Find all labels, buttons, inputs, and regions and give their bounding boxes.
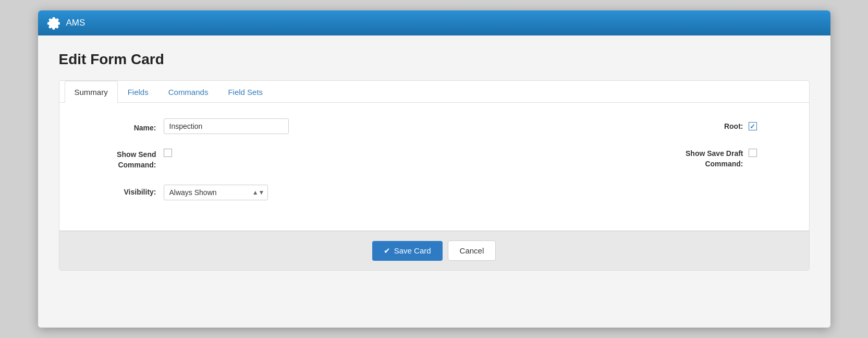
tab-field-sets[interactable]: Field Sets — [218, 81, 273, 103]
form-card: Summary Fields Commands Field Sets Name:… — [59, 80, 810, 271]
name-input[interactable] — [164, 118, 289, 134]
app-title: AMS — [66, 18, 85, 28]
tab-bar: Summary Fields Commands Field Sets — [59, 81, 809, 103]
name-label: Name: — [80, 120, 164, 132]
app-window: AMS Edit Form Card Summary Fields Comman… — [38, 10, 830, 328]
checkmark-icon: ✔ — [384, 246, 390, 256]
show-save-draft-section: Show Save Draft Command: — [686, 149, 788, 169]
show-send-label: Show Send Command: — [80, 149, 164, 170]
titlebar: AMS — [38, 10, 830, 35]
visibility-select[interactable]: Always Shown Conditional Never Shown — [164, 185, 268, 200]
visibility-label: Visibility: — [80, 185, 164, 196]
root-section: Root: — [724, 122, 788, 130]
visibility-select-wrapper: Always Shown Conditional Never Shown ▲▼ — [164, 185, 268, 200]
root-label: Root: — [724, 122, 743, 130]
page-title: Edit Form Card — [59, 51, 810, 68]
name-row: Name: Root: — [80, 118, 788, 134]
gear-icon — [46, 16, 61, 30]
form-area: Name: Root: Show Send Command: — [59, 103, 809, 231]
root-checkbox[interactable] — [749, 122, 757, 130]
main-content: Edit Form Card Summary Fields Commands F… — [38, 35, 830, 328]
show-send-row: Show Send Command: Show Save Draft Comma… — [80, 149, 788, 170]
tab-summary[interactable]: Summary — [65, 81, 118, 103]
tab-commands[interactable]: Commands — [158, 81, 218, 103]
save-card-button[interactable]: ✔ Save Card — [372, 241, 443, 261]
show-send-checkbox[interactable] — [164, 149, 172, 157]
show-save-draft-label: Show Save Draft Command: — [686, 149, 743, 169]
visibility-row: Visibility: Always Shown Conditional Nev… — [80, 185, 788, 200]
footer-bar: ✔ Save Card Cancel — [59, 231, 809, 270]
cancel-button[interactable]: Cancel — [448, 240, 496, 261]
show-save-draft-checkbox[interactable] — [749, 149, 757, 157]
tab-fields[interactable]: Fields — [118, 81, 158, 103]
